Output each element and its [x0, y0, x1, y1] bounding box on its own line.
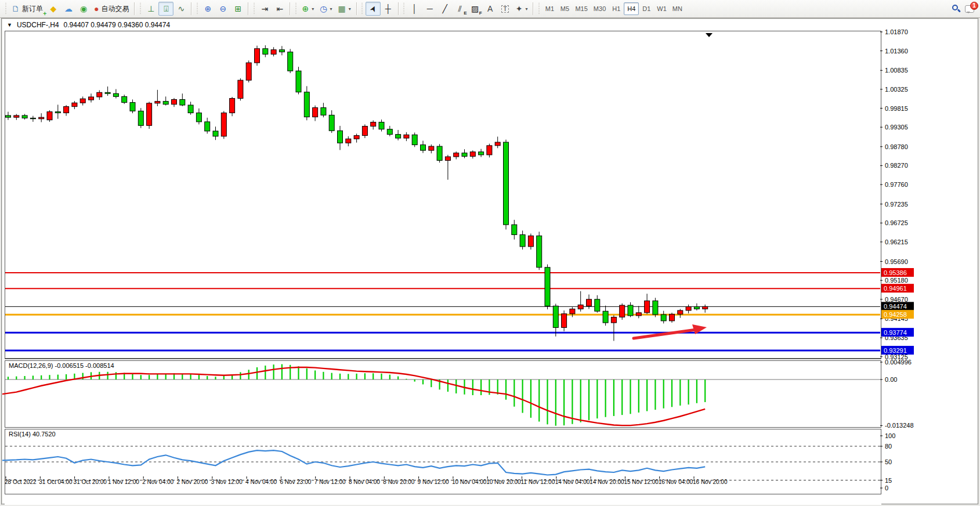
timeframe-mn[interactable]: MN: [670, 2, 685, 15]
zoom-out-icon: ⊖: [220, 5, 227, 13]
chevron-down-icon: ▾: [349, 6, 351, 12]
toolbar-grip: [294, 3, 297, 15]
cursor-icon: ➤: [368, 4, 378, 14]
toolbar-separator: [134, 2, 135, 15]
channel-icon: ⫽: [458, 5, 462, 13]
search-icon[interactable]: [952, 5, 960, 13]
chevron-down-icon: ▾: [312, 6, 314, 12]
modifier-letter: F: [479, 10, 482, 16]
timeframe-m15[interactable]: M15: [572, 2, 590, 15]
toolbar-grip: [4, 3, 7, 15]
bar-chart-button[interactable]: ⊥: [143, 2, 158, 16]
auto-scroll-button[interactable]: ⇥: [257, 2, 272, 16]
toolbar-grip: [196, 3, 198, 15]
calendar-icon-button[interactable]: ◆: [46, 2, 61, 16]
zoom-in-icon: ⊕: [205, 5, 212, 13]
rsi-label: RSI(14) 40.7520: [9, 431, 56, 438]
community-button[interactable]: ☁: [61, 2, 76, 16]
vline-button[interactable]: │: [407, 2, 422, 16]
zoom-in-button[interactable]: ⊕: [200, 2, 215, 16]
ohlc-values: 0.94407 0.94479 0.94360 0.94474: [64, 21, 171, 29]
timeframe-h4[interactable]: H4: [624, 2, 639, 15]
main-toolbar: 🗋＋新订单◆☁◉●自动交易⊥⍗∿⊕⊖⊞⇥⇤⊕▾◷▾▦▾➤┼│─╱⫽E▨FAT✦▾…: [0, 0, 980, 18]
timeframe-d1[interactable]: D1: [639, 2, 654, 15]
rsi-panel[interactable]: RSI(14) 40.7520: [5, 429, 881, 494]
autotrade-button[interactable]: ●自动交易: [91, 2, 132, 16]
signals-button[interactable]: ◉: [76, 2, 91, 16]
zoom-out-button[interactable]: ⊖: [215, 2, 230, 16]
line-chart-icon: ∿: [178, 5, 185, 13]
timeframe-m30[interactable]: M30: [591, 2, 609, 15]
auto-scroll-icon: ⇥: [262, 5, 269, 13]
new-order-button[interactable]: 🗋＋新订单: [9, 2, 46, 16]
bar-chart-icon: ⊥: [147, 5, 154, 13]
tile-windows-icon: ⊞: [235, 5, 242, 13]
hline-button[interactable]: ─: [422, 2, 437, 16]
price-chart-panel[interactable]: [5, 31, 881, 359]
toolbar-separator: [533, 2, 533, 15]
indicators-button[interactable]: ⊕▾: [299, 2, 317, 16]
cursor-button[interactable]: ➤: [366, 2, 381, 16]
toolbar-separator: [398, 2, 399, 15]
calendar-icon-icon: ◆: [50, 5, 57, 13]
periods-icon: ◷: [320, 5, 327, 13]
chevron-down-icon: ▾: [525, 6, 527, 12]
toolbar-grip: [361, 3, 364, 15]
toolbar-grip: [403, 3, 406, 15]
trendline-icon: ╱: [442, 5, 447, 13]
text-button[interactable]: A: [483, 2, 498, 16]
candle-chart-button[interactable]: ⍗: [158, 2, 173, 16]
text-icon: A: [487, 5, 493, 13]
chat-icon[interactable]: 1: [965, 5, 974, 13]
chart-window[interactable]: ▼ USDCHF-,H4 0.94407 0.94479 0.94360 0.9…: [1, 18, 979, 505]
time-axis[interactable]: [5, 494, 881, 505]
crosshair-icon: ┼: [385, 5, 391, 13]
crosshair-button[interactable]: ┼: [381, 2, 396, 16]
periods-button[interactable]: ◷▾: [317, 2, 335, 16]
shapes-button[interactable]: ✦▾: [513, 2, 531, 16]
chevron-down-icon[interactable]: ▼: [7, 22, 12, 28]
toolbar-right: 1: [952, 5, 978, 13]
toolbar-separator: [290, 2, 290, 15]
modifier-letter: E: [464, 10, 467, 16]
chart-title: ▼ USDCHF-,H4 0.94407 0.94479 0.94360 0.9…: [7, 21, 170, 29]
notification-badge: 1: [970, 2, 978, 10]
new-order-button-label: 新订单: [22, 4, 43, 14]
vline-icon: │: [412, 5, 417, 13]
autotrade-button-label: 自动交易: [101, 4, 129, 14]
label-icon: T: [501, 5, 509, 13]
hline-icon: ─: [427, 5, 433, 13]
timeframe-m1[interactable]: M1: [542, 2, 557, 15]
trendline-button[interactable]: ╱: [437, 2, 453, 16]
toolbar-separator: [191, 2, 191, 15]
autotrade-icon: ●: [94, 5, 99, 13]
price-axis[interactable]: [882, 19, 980, 506]
timeframe-w1[interactable]: W1: [654, 2, 670, 15]
fibonacci-icon: ▨: [471, 5, 479, 13]
toolbar-grip: [537, 3, 540, 15]
shapes-icon: ✦: [516, 5, 523, 13]
indicators-icon: ⊕: [302, 5, 309, 13]
chart-shift-button[interactable]: ⇤: [272, 2, 287, 16]
label-button[interactable]: T: [498, 2, 513, 16]
macd-label: MACD(12,26,9) -0.006515 -0.008514: [9, 362, 114, 369]
templates-button[interactable]: ▦▾: [335, 2, 353, 16]
toolbar-separator: [356, 2, 357, 15]
tile-windows-button[interactable]: ⊞: [230, 2, 245, 16]
toolbar-grip: [139, 3, 142, 15]
chevron-down-icon: ▾: [330, 6, 332, 12]
channel-button[interactable]: ⫽E: [453, 2, 468, 16]
community-icon: ☁: [64, 5, 73, 13]
candle-chart-icon: ⍗: [164, 5, 168, 13]
signals-icon: ◉: [80, 5, 87, 13]
macd-panel[interactable]: MACD(12,26,9) -0.006515 -0.008514: [5, 360, 881, 428]
fibonacci-button[interactable]: ▨F: [468, 2, 483, 16]
timeframe-m5[interactable]: M5: [557, 2, 572, 15]
mt4-application: 🗋＋新订单◆☁◉●自动交易⊥⍗∿⊕⊖⊞⇥⇤⊕▾◷▾▦▾➤┼│─╱⫽E▨FAT✦▾…: [0, 0, 980, 506]
toolbar-separator: [248, 2, 248, 15]
new-order-icon: 🗋: [12, 5, 20, 13]
toolbar-grip: [252, 3, 255, 15]
templates-icon: ▦: [338, 5, 345, 13]
timeframe-h1[interactable]: H1: [609, 2, 624, 15]
line-chart-button[interactable]: ∿: [173, 2, 189, 16]
